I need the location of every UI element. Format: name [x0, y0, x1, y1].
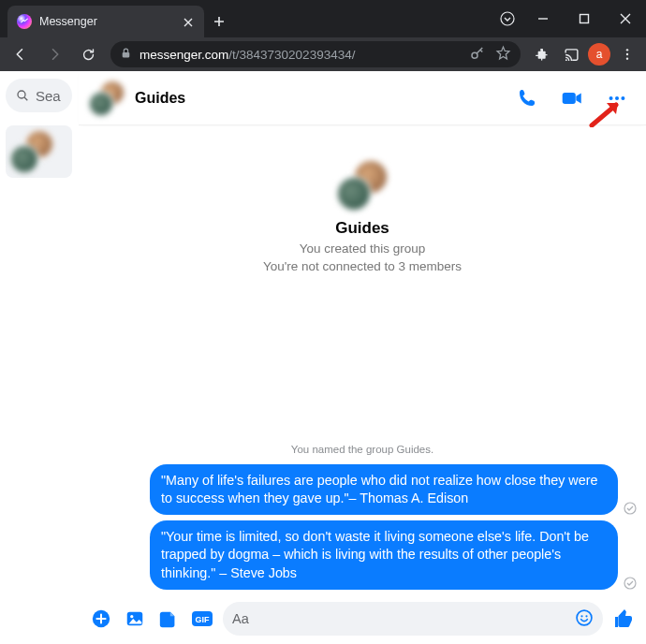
svg-point-17 — [130, 615, 133, 618]
conversation-title: Guides — [135, 90, 185, 107]
hero-title: Guides — [88, 219, 637, 238]
outgoing-message[interactable]: "Many of life's failures are people who … — [150, 464, 618, 516]
svg-rect-1 — [580, 15, 589, 23]
emoji-picker-button[interactable] — [575, 608, 594, 630]
chevron-down-circle-icon[interactable] — [498, 9, 517, 28]
svg-point-5 — [626, 49, 628, 51]
tab-title: Messenger — [39, 15, 97, 28]
composer: GIF Aa — [79, 599, 646, 644]
reload-button[interactable] — [73, 39, 103, 69]
message-row: "Many of life's failures are people who … — [88, 464, 637, 516]
svg-point-0 — [501, 12, 514, 25]
delivery-receipt-icon — [624, 502, 637, 515]
profile-button[interactable]: a — [588, 43, 610, 66]
annotation-arrow — [588, 99, 625, 127]
gif-button[interactable]: GIF — [189, 606, 215, 632]
conversation-main: Guides Guides You crea — [79, 71, 646, 644]
window-minimize-button[interactable] — [522, 4, 564, 34]
browser-tab[interactable]: Messenger — [7, 6, 204, 37]
svg-point-21 — [580, 615, 582, 617]
svg-point-8 — [18, 91, 25, 98]
svg-text:GIF: GIF — [196, 615, 211, 624]
header-group-avatar — [88, 80, 125, 117]
message-input[interactable]: Aa — [223, 602, 603, 636]
window-close-button[interactable] — [605, 4, 646, 34]
window-controls — [498, 0, 646, 37]
star-icon[interactable] — [495, 45, 511, 64]
group-avatar — [9, 129, 54, 174]
window-maximize-button[interactable] — [564, 4, 605, 34]
messenger-app: Sea Guides — [0, 71, 646, 644]
sticker-button[interactable] — [155, 606, 182, 632]
hero-created-text: You created this group — [88, 242, 637, 256]
message-placeholder: Aa — [232, 611, 575, 626]
conversation-item[interactable] — [6, 125, 72, 178]
hero-connection-text: You're not connected to 3 members — [88, 259, 637, 273]
profile-initial: a — [596, 48, 603, 61]
svg-point-14 — [624, 578, 636, 589]
key-icon[interactable] — [469, 45, 486, 65]
system-message: You named the group Guides. — [88, 444, 637, 455]
message-row: "Your time is limited, so don't waste it… — [88, 520, 637, 590]
lock-icon — [120, 47, 132, 62]
search-icon — [15, 88, 30, 103]
like-button[interactable] — [610, 606, 637, 632]
svg-rect-9 — [563, 93, 576, 104]
svg-point-20 — [577, 610, 592, 625]
outgoing-message[interactable]: "Your time is limited, so don't waste it… — [150, 520, 618, 590]
search-input[interactable]: Sea — [6, 79, 72, 112]
browser-toolbar: messenger.com/t/3843730202393434/ a — [0, 37, 646, 71]
thread-hero: Guides You created this group You're not… — [88, 133, 637, 273]
svg-point-6 — [626, 53, 628, 55]
address-bar[interactable]: messenger.com/t/3843730202393434/ — [110, 41, 521, 67]
open-actions-button[interactable] — [88, 606, 114, 632]
audio-call-button[interactable] — [511, 82, 543, 114]
svg-point-3 — [472, 52, 477, 58]
back-button[interactable] — [6, 39, 36, 69]
sidebar: Sea — [0, 71, 79, 644]
svg-point-22 — [585, 615, 587, 617]
extensions-button[interactable] — [528, 41, 554, 67]
url-text: messenger.com/t/3843730202393434/ — [139, 48, 355, 62]
new-tab-button[interactable] — [204, 7, 234, 37]
photo-button[interactable] — [122, 606, 148, 632]
video-call-button[interactable] — [556, 82, 588, 114]
message-thread[interactable]: Guides You created this group You're not… — [79, 125, 646, 599]
hero-group-avatar — [336, 159, 389, 212]
messenger-icon — [17, 14, 32, 29]
forward-button[interactable] — [39, 39, 69, 69]
conversation-header: Guides — [79, 71, 646, 125]
search-placeholder: Sea — [36, 88, 61, 104]
delivery-receipt-icon — [624, 577, 637, 590]
svg-point-4 — [565, 59, 566, 61]
svg-rect-2 — [123, 52, 130, 57]
cast-button[interactable] — [558, 41, 584, 67]
svg-point-13 — [624, 503, 636, 514]
window-titlebar: Messenger — [0, 0, 646, 37]
svg-point-7 — [626, 57, 628, 59]
close-tab-icon[interactable] — [182, 13, 195, 31]
browser-menu-button[interactable] — [614, 41, 640, 67]
